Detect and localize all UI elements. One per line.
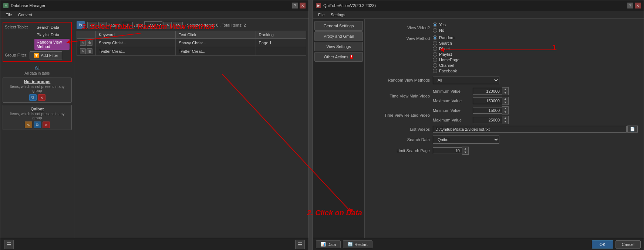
db-app-icon: 🗄: [3, 3, 9, 8]
nav-proxy-gmail[interactable]: Proxy and Gmail: [314, 31, 363, 41]
radio-facebook-dot: [433, 69, 437, 73]
group-not-in-groups-title[interactable]: Not in groups: [5, 79, 69, 84]
qni-help-button[interactable]: ?: [627, 3, 633, 8]
db-close-button[interactable]: ✕: [300, 3, 306, 8]
min-related-down[interactable]: ▼: [502, 110, 508, 114]
qni-close-button[interactable]: ✕: [635, 3, 641, 8]
min-main-label: Minimum Value: [433, 89, 470, 93]
table-option-random-view[interactable]: Random View Method: [34, 39, 70, 50]
max-related-spinbox: ▲ ▼: [473, 116, 509, 124]
group-qnibot-actions: ✎ ⧉ ✕: [5, 121, 69, 128]
max-main-input[interactable]: [473, 97, 502, 104]
max-related-input[interactable]: [473, 117, 502, 123]
db-menu-convert[interactable]: Convert: [15, 12, 36, 18]
min-main-down[interactable]: ▼: [502, 91, 508, 95]
method-homepage[interactable]: HomePage: [433, 58, 459, 62]
qni-body: General Settings Proxy and Gmail View Se…: [313, 19, 644, 238]
list-videos-input[interactable]: [433, 126, 627, 133]
group-qnibot: Qnibot Items, which is not present in an…: [3, 105, 72, 130]
table-row: ✎ 🗑 Twitter Creat... Twitter Creat...: [77, 47, 306, 56]
limit-search-down[interactable]: ▼: [462, 151, 468, 154]
nav-general-settings[interactable]: General Settings: [314, 21, 363, 31]
limit-search-input[interactable]: [433, 147, 462, 154]
nav-view-settings[interactable]: View Settings: [314, 42, 363, 51]
row-edit-button[interactable]: ✎: [80, 40, 86, 46]
row-keyword[interactable]: Snowy Christ...: [96, 39, 176, 47]
table-option-playlist-data[interactable]: Playlist Data: [34, 31, 70, 38]
view-video-label: View Video?: [371, 25, 430, 30]
qni-menu-settings[interactable]: Settings: [328, 12, 348, 18]
min-related-spinbox: ▲ ▼: [473, 106, 509, 114]
min-related-input[interactable]: [473, 107, 502, 114]
method-direct[interactable]: Direct: [433, 47, 459, 51]
limit-search-up[interactable]: ▲: [462, 147, 468, 151]
method-random[interactable]: Random: [433, 35, 459, 40]
method-search[interactable]: Search: [433, 41, 459, 45]
group-qnibot-title[interactable]: Qnibot: [5, 107, 69, 111]
db-title: Database Manager: [11, 3, 45, 8]
group-edit-button[interactable]: ✎: [25, 121, 32, 128]
table-option-search-data[interactable]: Search Data: [34, 24, 70, 31]
group-delete-button[interactable]: ✕: [38, 94, 45, 101]
col-keyword[interactable]: Keyword: [96, 31, 176, 39]
random-view-methods-select[interactable]: All: [433, 76, 499, 84]
group-not-in-groups-actions: ⧉ ✕: [5, 94, 69, 101]
random-view-methods-row: Random View Methods All: [371, 76, 638, 84]
db-menu-file[interactable]: File: [3, 12, 15, 18]
all-groups-link[interactable]: All: [35, 65, 39, 69]
min-main-up[interactable]: ▲: [502, 88, 508, 91]
db-main: ↻ << < Page # , size 100 50 200 > >> Sel…: [74, 19, 308, 238]
cancel-button[interactable]: Cancel: [616, 240, 641, 249]
group-qnibot-desc: Items, which is not present in any group: [5, 112, 69, 120]
select-table-label: Select Table:: [5, 24, 34, 29]
view-video-no[interactable]: No: [433, 28, 446, 32]
db-help-button[interactable]: ?: [292, 3, 298, 8]
radio-direct-dot: [433, 47, 437, 51]
qni-menu-file[interactable]: File: [315, 12, 328, 18]
db-sidebar: Select Table: Search Data Playlist Data …: [0, 19, 74, 238]
list-videos-label: List Videos: [371, 127, 430, 131]
data-button[interactable]: 📊 Data: [316, 240, 341, 248]
min-related-label: Minimum Value: [433, 108, 470, 113]
max-related-up[interactable]: ▲: [502, 116, 508, 120]
random-view-methods-label: Random View Methods: [371, 78, 430, 82]
max-main-down[interactable]: ▼: [502, 101, 508, 105]
group-copy-button-2[interactable]: ⧉: [34, 121, 41, 128]
qni-titlebar: ▶ QniTubeActionV2(20.2.2023) ? ✕: [313, 0, 644, 11]
row-actions: ✎ 🗑: [80, 40, 92, 46]
qni-bottombar: 📊 Data 🔄 Restart OK Cancel: [313, 238, 644, 250]
method-facebook[interactable]: Facebook: [433, 69, 459, 73]
view-video-row: View Video? Yes No: [371, 23, 638, 32]
max-related-down[interactable]: ▼: [502, 120, 508, 124]
min-related-up[interactable]: ▲: [502, 107, 508, 110]
method-playlist[interactable]: Playlist: [433, 52, 459, 56]
row-edit-button-2[interactable]: ✎: [80, 48, 86, 54]
col-ranking[interactable]: Ranking: [256, 31, 306, 39]
method-channel[interactable]: Channel: [433, 63, 459, 68]
add-filter-button[interactable]: 🔽 Add Filter: [30, 51, 62, 59]
radio-homepage-dot: [433, 58, 437, 62]
db-bottombar: ☰ ☰: [0, 238, 308, 250]
db-bottom-list-right[interactable]: ☰: [295, 240, 305, 249]
ok-button[interactable]: OK: [592, 240, 613, 249]
row-keyword-2[interactable]: Twitter Creat...: [96, 47, 176, 56]
row-actions-2: ✎ 🗑: [80, 48, 92, 54]
min-main-input[interactable]: [473, 88, 502, 95]
restart-button[interactable]: 🔄 Restart: [343, 240, 372, 248]
group-delete-button-2[interactable]: ✕: [43, 121, 50, 128]
search-data-row: Search Data Qnibot: [371, 136, 638, 144]
search-data-select[interactable]: Qnibot: [433, 136, 499, 144]
data-icon: 📊: [321, 242, 326, 247]
db-bottom-list-left[interactable]: ☰: [4, 240, 14, 249]
row-delete-button-2[interactable]: 🗑: [87, 48, 92, 54]
view-method-section: View Method Random Search Direct: [371, 35, 638, 73]
col-text-click[interactable]: Text Click: [176, 31, 256, 39]
row-delete-button[interactable]: 🗑: [87, 40, 92, 46]
list-videos-browse[interactable]: 📄: [627, 126, 638, 133]
limit-search-label: Limit Search Page: [371, 148, 430, 153]
max-main-up[interactable]: ▲: [502, 97, 508, 101]
nav-other-actions[interactable]: Other Actions !: [314, 52, 363, 62]
group-copy-button[interactable]: ⧉: [29, 94, 37, 101]
view-video-yes[interactable]: Yes: [433, 23, 446, 27]
all-desc: All data in table: [3, 71, 72, 75]
